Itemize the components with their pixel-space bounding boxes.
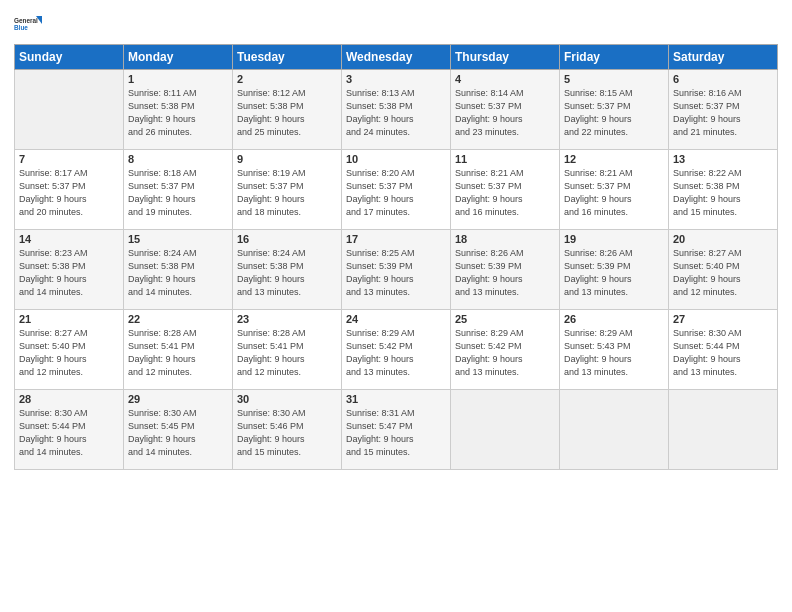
calendar-table: SundayMondayTuesdayWednesdayThursdayFrid…: [14, 44, 778, 470]
day-number: 18: [455, 233, 555, 245]
calendar-cell: 8Sunrise: 8:18 AMSunset: 5:37 PMDaylight…: [124, 150, 233, 230]
calendar-cell: 26Sunrise: 8:29 AMSunset: 5:43 PMDayligh…: [560, 310, 669, 390]
day-info: Sunrise: 8:18 AMSunset: 5:37 PMDaylight:…: [128, 167, 228, 219]
calendar-cell: [560, 390, 669, 470]
day-info: Sunrise: 8:16 AMSunset: 5:37 PMDaylight:…: [673, 87, 773, 139]
calendar-cell: 12Sunrise: 8:21 AMSunset: 5:37 PMDayligh…: [560, 150, 669, 230]
day-number: 14: [19, 233, 119, 245]
day-number: 11: [455, 153, 555, 165]
day-number: 2: [237, 73, 337, 85]
day-number: 9: [237, 153, 337, 165]
header-day: Saturday: [669, 45, 778, 70]
calendar-cell: 11Sunrise: 8:21 AMSunset: 5:37 PMDayligh…: [451, 150, 560, 230]
calendar-cell: 30Sunrise: 8:30 AMSunset: 5:46 PMDayligh…: [233, 390, 342, 470]
calendar-cell: 16Sunrise: 8:24 AMSunset: 5:38 PMDayligh…: [233, 230, 342, 310]
calendar-cell: 21Sunrise: 8:27 AMSunset: 5:40 PMDayligh…: [15, 310, 124, 390]
day-number: 4: [455, 73, 555, 85]
day-info: Sunrise: 8:26 AMSunset: 5:39 PMDaylight:…: [455, 247, 555, 299]
header-day: Friday: [560, 45, 669, 70]
calendar-cell: 27Sunrise: 8:30 AMSunset: 5:44 PMDayligh…: [669, 310, 778, 390]
day-info: Sunrise: 8:21 AMSunset: 5:37 PMDaylight:…: [564, 167, 664, 219]
calendar-cell: 5Sunrise: 8:15 AMSunset: 5:37 PMDaylight…: [560, 70, 669, 150]
day-number: 8: [128, 153, 228, 165]
calendar-cell: 20Sunrise: 8:27 AMSunset: 5:40 PMDayligh…: [669, 230, 778, 310]
calendar-week-row: 1Sunrise: 8:11 AMSunset: 5:38 PMDaylight…: [15, 70, 778, 150]
day-number: 3: [346, 73, 446, 85]
day-info: Sunrise: 8:17 AMSunset: 5:37 PMDaylight:…: [19, 167, 119, 219]
calendar-cell: 29Sunrise: 8:30 AMSunset: 5:45 PMDayligh…: [124, 390, 233, 470]
day-info: Sunrise: 8:22 AMSunset: 5:38 PMDaylight:…: [673, 167, 773, 219]
day-info: Sunrise: 8:31 AMSunset: 5:47 PMDaylight:…: [346, 407, 446, 459]
day-info: Sunrise: 8:28 AMSunset: 5:41 PMDaylight:…: [237, 327, 337, 379]
calendar-cell: 14Sunrise: 8:23 AMSunset: 5:38 PMDayligh…: [15, 230, 124, 310]
calendar-cell: 3Sunrise: 8:13 AMSunset: 5:38 PMDaylight…: [342, 70, 451, 150]
day-number: 26: [564, 313, 664, 325]
day-info: Sunrise: 8:14 AMSunset: 5:37 PMDaylight:…: [455, 87, 555, 139]
calendar-week-row: 7Sunrise: 8:17 AMSunset: 5:37 PMDaylight…: [15, 150, 778, 230]
day-info: Sunrise: 8:27 AMSunset: 5:40 PMDaylight:…: [673, 247, 773, 299]
header-day: Monday: [124, 45, 233, 70]
day-info: Sunrise: 8:29 AMSunset: 5:43 PMDaylight:…: [564, 327, 664, 379]
day-info: Sunrise: 8:30 AMSunset: 5:46 PMDaylight:…: [237, 407, 337, 459]
day-number: 28: [19, 393, 119, 405]
calendar-cell: 9Sunrise: 8:19 AMSunset: 5:37 PMDaylight…: [233, 150, 342, 230]
day-number: 30: [237, 393, 337, 405]
calendar-cell: 17Sunrise: 8:25 AMSunset: 5:39 PMDayligh…: [342, 230, 451, 310]
day-info: Sunrise: 8:24 AMSunset: 5:38 PMDaylight:…: [237, 247, 337, 299]
day-info: Sunrise: 8:13 AMSunset: 5:38 PMDaylight:…: [346, 87, 446, 139]
day-info: Sunrise: 8:23 AMSunset: 5:38 PMDaylight:…: [19, 247, 119, 299]
calendar-cell: 13Sunrise: 8:22 AMSunset: 5:38 PMDayligh…: [669, 150, 778, 230]
logo: GeneralBlue: [14, 10, 42, 38]
day-info: Sunrise: 8:21 AMSunset: 5:37 PMDaylight:…: [455, 167, 555, 219]
day-info: Sunrise: 8:12 AMSunset: 5:38 PMDaylight:…: [237, 87, 337, 139]
day-number: 21: [19, 313, 119, 325]
day-info: Sunrise: 8:30 AMSunset: 5:44 PMDaylight:…: [673, 327, 773, 379]
day-number: 25: [455, 313, 555, 325]
calendar-cell: 4Sunrise: 8:14 AMSunset: 5:37 PMDaylight…: [451, 70, 560, 150]
day-number: 24: [346, 313, 446, 325]
calendar-cell: 19Sunrise: 8:26 AMSunset: 5:39 PMDayligh…: [560, 230, 669, 310]
day-number: 31: [346, 393, 446, 405]
calendar-cell: [669, 390, 778, 470]
day-number: 10: [346, 153, 446, 165]
calendar-week-row: 28Sunrise: 8:30 AMSunset: 5:44 PMDayligh…: [15, 390, 778, 470]
day-number: 6: [673, 73, 773, 85]
day-info: Sunrise: 8:15 AMSunset: 5:37 PMDaylight:…: [564, 87, 664, 139]
day-number: 15: [128, 233, 228, 245]
day-number: 1: [128, 73, 228, 85]
header-day: Tuesday: [233, 45, 342, 70]
calendar-cell: 25Sunrise: 8:29 AMSunset: 5:42 PMDayligh…: [451, 310, 560, 390]
day-info: Sunrise: 8:20 AMSunset: 5:37 PMDaylight:…: [346, 167, 446, 219]
day-info: Sunrise: 8:24 AMSunset: 5:38 PMDaylight:…: [128, 247, 228, 299]
day-info: Sunrise: 8:28 AMSunset: 5:41 PMDaylight:…: [128, 327, 228, 379]
calendar-header-row: SundayMondayTuesdayWednesdayThursdayFrid…: [15, 45, 778, 70]
svg-text:General: General: [14, 17, 38, 24]
calendar-cell: 23Sunrise: 8:28 AMSunset: 5:41 PMDayligh…: [233, 310, 342, 390]
header-day: Wednesday: [342, 45, 451, 70]
day-info: Sunrise: 8:30 AMSunset: 5:44 PMDaylight:…: [19, 407, 119, 459]
day-number: 13: [673, 153, 773, 165]
day-number: 29: [128, 393, 228, 405]
day-info: Sunrise: 8:25 AMSunset: 5:39 PMDaylight:…: [346, 247, 446, 299]
calendar-cell: [15, 70, 124, 150]
day-number: 19: [564, 233, 664, 245]
calendar-cell: 7Sunrise: 8:17 AMSunset: 5:37 PMDaylight…: [15, 150, 124, 230]
day-info: Sunrise: 8:19 AMSunset: 5:37 PMDaylight:…: [237, 167, 337, 219]
day-number: 22: [128, 313, 228, 325]
header-day: Thursday: [451, 45, 560, 70]
day-number: 23: [237, 313, 337, 325]
calendar-cell: [451, 390, 560, 470]
calendar-week-row: 21Sunrise: 8:27 AMSunset: 5:40 PMDayligh…: [15, 310, 778, 390]
day-number: 16: [237, 233, 337, 245]
day-info: Sunrise: 8:29 AMSunset: 5:42 PMDaylight:…: [346, 327, 446, 379]
calendar-cell: 22Sunrise: 8:28 AMSunset: 5:41 PMDayligh…: [124, 310, 233, 390]
calendar-cell: 31Sunrise: 8:31 AMSunset: 5:47 PMDayligh…: [342, 390, 451, 470]
calendar-container: GeneralBlue SundayMondayTuesdayWednesday…: [0, 0, 792, 612]
calendar-cell: 1Sunrise: 8:11 AMSunset: 5:38 PMDaylight…: [124, 70, 233, 150]
calendar-cell: 15Sunrise: 8:24 AMSunset: 5:38 PMDayligh…: [124, 230, 233, 310]
svg-text:Blue: Blue: [14, 24, 28, 31]
day-info: Sunrise: 8:29 AMSunset: 5:42 PMDaylight:…: [455, 327, 555, 379]
day-info: Sunrise: 8:27 AMSunset: 5:40 PMDaylight:…: [19, 327, 119, 379]
calendar-cell: 18Sunrise: 8:26 AMSunset: 5:39 PMDayligh…: [451, 230, 560, 310]
day-number: 27: [673, 313, 773, 325]
